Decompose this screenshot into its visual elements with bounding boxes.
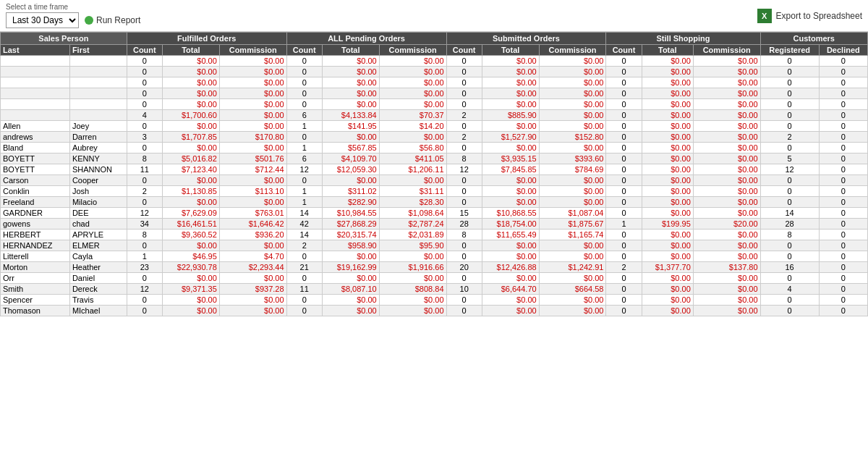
cell-r9-c10: $393.60 (539, 153, 606, 164)
subheader-total: Total (482, 45, 539, 56)
cell-r4-c10: $0.00 (539, 99, 606, 110)
cell-r19-c12: $1,377.70 (642, 262, 693, 273)
cell-r10-c15: 0 (819, 164, 867, 175)
cell-r18-c2: 1 (127, 251, 162, 262)
cell-r12-c6: $311.02 (322, 186, 379, 197)
cell-r22-c11: 0 (606, 295, 642, 306)
subheader-registered: Registered (760, 45, 819, 56)
cell-r20-c12: $0.00 (642, 273, 693, 284)
cell-r7-c0: andrews (1, 132, 70, 143)
cell-r2-c12: $0.00 (642, 77, 693, 88)
cell-r4-c0 (1, 99, 70, 110)
cell-r18-c13: $0.00 (693, 251, 760, 262)
cell-r3-c11: 0 (606, 88, 642, 99)
cell-r11-c12: $0.00 (642, 175, 693, 186)
cell-r0-c12: $0.00 (642, 56, 693, 67)
cell-r0-c9: $0.00 (482, 56, 539, 67)
cell-r0-c5: 0 (286, 56, 322, 67)
cell-r16-c4: $936.20 (219, 230, 286, 240)
table-row: MortonHeather23$22,930.78$2,293.4421$19,… (1, 262, 868, 273)
cell-r2-c1 (69, 77, 127, 88)
cell-r13-c5: 1 (286, 197, 322, 208)
cell-r1-c8: 0 (446, 67, 482, 77)
cell-r15-c13: $20.00 (693, 219, 760, 230)
table-row: HERBERTAPRYLE8$9,360.52$936.2014$20,315.… (1, 230, 868, 240)
cell-r6-c13: $0.00 (693, 121, 760, 132)
cell-r21-c12: $0.00 (642, 284, 693, 295)
cell-r13-c12: $0.00 (642, 197, 693, 208)
cell-r2-c7: $0.00 (379, 77, 446, 88)
cell-r9-c5: 6 (286, 153, 322, 164)
table-row: BOYETTSHANNON11$7,123.40$712.4412$12,059… (1, 164, 868, 175)
cell-r16-c10: $1,165.74 (539, 230, 606, 240)
cell-r21-c3: $9,371.35 (162, 284, 219, 295)
cell-r15-c2: 34 (127, 219, 162, 230)
cell-r21-c8: 10 (446, 284, 482, 295)
cell-r15-c7: $2,787.24 (379, 219, 446, 230)
cell-r5-c6: $4,133.84 (322, 110, 379, 121)
cell-r21-c2: 12 (127, 284, 162, 295)
subheader-total: Total (322, 45, 379, 56)
table-row: 4$1,700.60$0.006$4,133.84$70.372$885.90$… (1, 110, 868, 121)
cell-r4-c5: 0 (286, 99, 322, 110)
cell-r1-c0 (1, 67, 70, 77)
cell-r5-c11: 0 (606, 110, 642, 121)
time-frame-select[interactable]: Last 30 DaysLast 7 DaysThis MonthLast Mo… (6, 12, 79, 28)
cell-r11-c11: 0 (606, 175, 642, 186)
cell-r21-c14: 4 (760, 284, 819, 295)
cell-r16-c9: $11,655.49 (482, 230, 539, 240)
cell-r20-c5: 0 (286, 273, 322, 284)
cell-r2-c11: 0 (606, 77, 642, 88)
cell-r15-c9: $18,754.00 (482, 219, 539, 230)
cell-r6-c10: $0.00 (539, 121, 606, 132)
cell-r8-c9: $0.00 (482, 143, 539, 153)
cell-r7-c9: $1,527.90 (482, 132, 539, 143)
subheader-commission: Commission (539, 45, 606, 56)
subheader-declined: Declined (819, 45, 867, 56)
cell-r17-c7: $95.90 (379, 240, 446, 251)
cell-r17-c5: 2 (286, 240, 322, 251)
cell-r23-c3: $0.00 (162, 306, 219, 316)
table-row: 0$0.00$0.000$0.00$0.000$0.00$0.000$0.00$… (1, 77, 868, 88)
cell-r20-c4: $0.00 (219, 273, 286, 284)
cell-r23-c6: $0.00 (322, 306, 379, 316)
cell-r9-c8: 8 (446, 153, 482, 164)
cell-r20-c10: $0.00 (539, 273, 606, 284)
cell-r2-c6: $0.00 (322, 77, 379, 88)
table-row: GARDNERDEE12$7,629.09$763.0114$10,984.55… (1, 208, 868, 219)
cell-r13-c13: $0.00 (693, 197, 760, 208)
cell-r19-c4: $2,293.44 (219, 262, 286, 273)
cell-r23-c8: 0 (446, 306, 482, 316)
cell-r22-c3: $0.00 (162, 295, 219, 306)
cell-r19-c2: 23 (127, 262, 162, 273)
cell-r21-c11: 0 (606, 284, 642, 295)
cell-r0-c6: $0.00 (322, 56, 379, 67)
table-row: BlandAubrey0$0.00$0.001$567.85$56.800$0.… (1, 143, 868, 153)
cell-r6-c9: $0.00 (482, 121, 539, 132)
cell-r14-c4: $763.01 (219, 208, 286, 219)
table-row: 0$0.00$0.000$0.00$0.000$0.00$0.000$0.00$… (1, 56, 868, 67)
table-row: LitterellCayla1$46.95$4.700$0.00$0.000$0… (1, 251, 868, 262)
cell-r8-c10: $0.00 (539, 143, 606, 153)
cell-r9-c15: 0 (819, 153, 867, 164)
subheader-count: Count (606, 45, 642, 56)
cell-r18-c14: 0 (760, 251, 819, 262)
subheader-count: Count (127, 45, 162, 56)
run-report-button[interactable]: Run Report (85, 15, 140, 25)
cell-r5-c10: $0.00 (539, 110, 606, 121)
table-row: OrrDaniel0$0.00$0.000$0.00$0.000$0.00$0.… (1, 273, 868, 284)
cell-r9-c12: $0.00 (642, 153, 693, 164)
export-button[interactable]: X Export to Spreadsheet (757, 9, 862, 23)
cell-r12-c7: $31.11 (379, 186, 446, 197)
cell-r4-c9: $0.00 (482, 99, 539, 110)
cell-r23-c11: 0 (606, 306, 642, 316)
cell-r20-c15: 0 (819, 273, 867, 284)
cell-r14-c3: $7,629.09 (162, 208, 219, 219)
cell-r2-c3: $0.00 (162, 77, 219, 88)
cell-r20-c0: Orr (1, 273, 70, 284)
cell-r8-c6: $567.85 (322, 143, 379, 153)
cell-r3-c14: 0 (760, 88, 819, 99)
cell-r7-c1: Darren (69, 132, 127, 143)
cell-r4-c15: 0 (819, 99, 867, 110)
cell-r15-c15: 0 (819, 219, 867, 230)
